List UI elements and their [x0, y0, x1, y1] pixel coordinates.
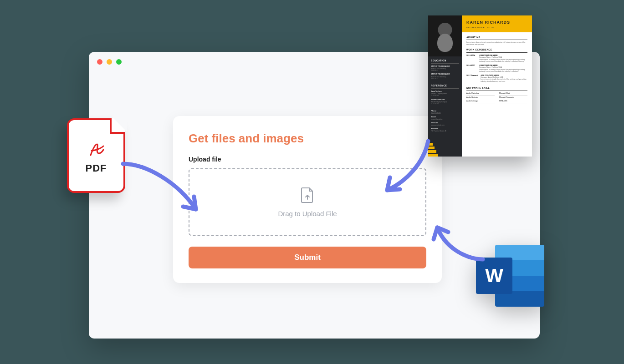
resume-work-item: 2014-2017 JOB POSITION HERE Company Name…	[466, 64, 527, 73]
resume-photo	[428, 15, 462, 56]
resume-reference-title: REFERENCE	[431, 84, 459, 89]
upload-file-icon	[301, 187, 314, 205]
upload-card: Get files and images Upload file Drag to…	[173, 116, 442, 283]
dropzone-text: Drag to Upload File	[278, 210, 337, 217]
submit-button[interactable]: Submit	[189, 247, 426, 268]
pdf-label: PDF	[86, 162, 107, 174]
word-file-icon: W	[476, 245, 544, 307]
maximize-window-icon[interactable]	[116, 59, 122, 65]
resume-reference-item: Micke Anderson Web Developer | Company T…	[431, 98, 459, 105]
resume-reference-item: Sara Taylore Director | Company Name T: …	[431, 90, 459, 97]
resume-contact: Phone 004-12-3456-89 Email urname@gmail.…	[431, 110, 459, 132]
resume-name: KAREN RICHARDS	[466, 20, 527, 25]
resume-work-title: WORK EXPERIENCE	[466, 48, 527, 53]
close-window-icon[interactable]	[97, 59, 102, 65]
file-dropzone[interactable]: Drag to Upload File	[189, 168, 426, 236]
resume-education-title: EDUCATION	[431, 59, 459, 64]
upload-field-label: Upload file	[189, 156, 426, 163]
adobe-swirl-icon	[85, 137, 107, 159]
resume-skill-title: SOFTWARE SKILL	[466, 86, 527, 91]
resume-work-item: 2012-2014 JOB POSITION HERE Company Name…	[466, 54, 527, 63]
card-title: Get files and images	[189, 131, 426, 146]
resume-skill-grid: Adobe Photoshop Microsoft Word Adobe Ill…	[466, 92, 527, 103]
resume-work-item: 2017-Present JOB POSITION HERE Company N…	[466, 74, 527, 83]
word-letter: W	[476, 258, 512, 294]
resume-about-title: ABOUT ME	[466, 36, 527, 40]
resume-education-item: ENTER YOUR MAJOR Name Of Your University…	[431, 65, 459, 72]
resume-about-text: Lorem ipsum dolor sit amet, consectetur …	[466, 41, 527, 46]
resume-header: KAREN RICHARDS PROFESSIONAL TITLE	[462, 15, 532, 32]
resume-education-item: ENTER YOUR MAJOR Name Of Your University…	[431, 73, 459, 80]
resume-document-icon: EDUCATION ENTER YOUR MAJOR Name Of Your …	[428, 15, 532, 157]
minimize-window-icon[interactable]	[107, 59, 112, 65]
resume-role: PROFESSIONAL TITLE	[466, 26, 527, 29]
pdf-file-icon: PDF	[67, 118, 125, 193]
